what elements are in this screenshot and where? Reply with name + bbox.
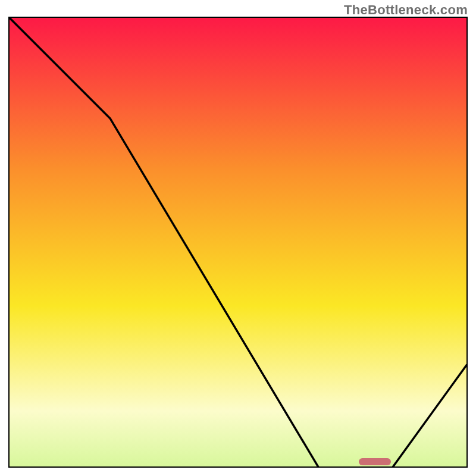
plot-area (8, 17, 468, 468)
watermark-text: TheBottleneck.com (344, 2, 468, 18)
chart-container: TheBottleneck.com (0, 0, 476, 476)
bottleneck-curve (10, 18, 466, 468)
optimal-range-marker (359, 458, 391, 465)
